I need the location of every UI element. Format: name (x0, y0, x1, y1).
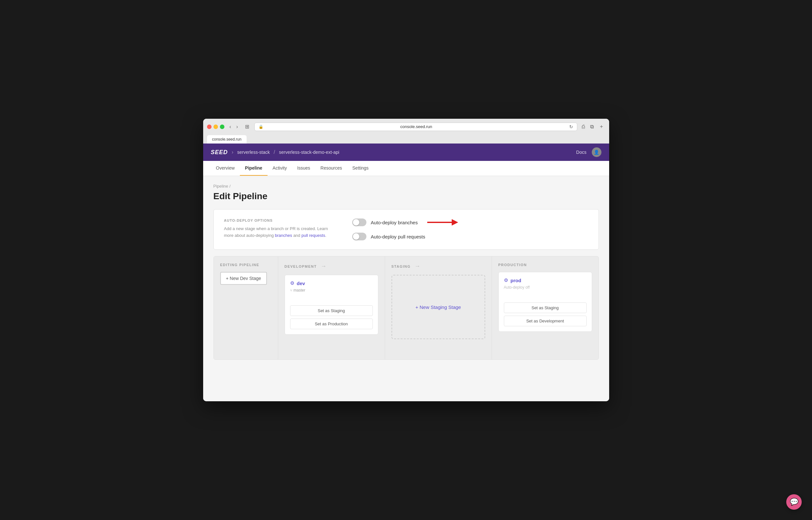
nav-settings[interactable]: Settings (347, 161, 374, 176)
forward-button[interactable]: › (234, 123, 240, 130)
new-tab-button[interactable]: ＋ (598, 122, 605, 131)
toggle-branches[interactable] (352, 218, 366, 226)
prod-stage-card: ⚙ prod Auto-deploy off Set as Staging Se… (499, 272, 592, 332)
section-description: Add a new stage when a branch or PR is c… (224, 226, 337, 239)
traffic-light-red[interactable] (207, 125, 211, 129)
share-button[interactable]: ⎙ (581, 123, 586, 131)
prod-set-staging-button[interactable]: Set as Staging (504, 303, 587, 313)
sidebar-toggle-button[interactable]: ⊞ (243, 123, 251, 130)
address-bar[interactable]: 🔒 console.seed.run ↻ (254, 123, 577, 131)
traffic-light-yellow[interactable] (213, 125, 218, 129)
nav-issues[interactable]: Issues (292, 161, 315, 176)
dev-set-staging-button[interactable]: Set as Staging (290, 305, 373, 316)
traffic-light-green[interactable] (220, 125, 224, 129)
dev-set-production-button[interactable]: Set as Production (290, 318, 373, 329)
breadcrumb[interactable]: Pipeline / (213, 184, 599, 188)
new-staging-text[interactable]: + New Staging Stage (415, 305, 461, 310)
staging-label: STAGING (391, 264, 411, 268)
toggle-pr-label: Auto-deploy pull requests (371, 234, 425, 239)
branch-icon: ⑂ (290, 288, 293, 292)
dev-gear-icon: ⚙ (290, 280, 294, 286)
chat-button[interactable]: 💬 (786, 494, 802, 510)
toggle-pr[interactable] (352, 233, 366, 240)
nav-pipeline[interactable]: Pipeline (240, 161, 268, 176)
breadcrumb-text: Pipeline (213, 184, 228, 188)
staging-arrow: → (414, 263, 421, 270)
prod-set-development-button[interactable]: Set as Development (504, 316, 587, 326)
pipeline-card: EDITING PIPELINE + New Dev Stage DEVELOP… (213, 256, 599, 360)
editing-col-label: EDITING PIPELINE (220, 263, 259, 267)
dev-branch: master (294, 288, 306, 292)
header-sep1: › (232, 149, 233, 155)
reload-button[interactable]: ↻ (569, 124, 573, 129)
toggle-branches-row: Auto-deploy branches (352, 218, 588, 226)
production-label: PRODUCTION (499, 263, 527, 267)
org-link[interactable]: serverless-stack (237, 150, 270, 155)
app-header: SEED › serverless-stack / serverless-sta… (203, 144, 609, 161)
app-content: Pipeline / Edit Pipeline AUTO-DEPLOY OPT… (203, 176, 609, 401)
branches-link: branches (275, 233, 292, 238)
toggle-pr-row: Auto-deploy pull requests (352, 233, 588, 240)
dev-arrow: → (321, 263, 327, 270)
docs-link[interactable]: Docs (576, 150, 587, 155)
lock-icon: 🔒 (258, 125, 263, 129)
section-label: AUTO-DEPLOY OPTIONS (224, 218, 337, 223)
staging-col: STAGING → + New Staging Stage (385, 257, 492, 359)
new-staging-card[interactable]: + New Staging Stage (391, 275, 485, 339)
breadcrumb-sep: / (229, 184, 230, 188)
dev-stage-card: ⚙ dev ⑂ master Set as Staging Set as Pro… (285, 275, 378, 335)
nav-resources[interactable]: Resources (315, 161, 347, 176)
editing-pipeline-col: EDITING PIPELINE + New Dev Stage (214, 257, 278, 359)
toggle-branches-label: Auto-deploy branches (371, 220, 418, 225)
seed-logo[interactable]: SEED (211, 149, 228, 156)
nav-activity[interactable]: Activity (268, 161, 292, 176)
production-col: PRODUCTION ⚙ prod Auto-deploy off Set as… (492, 257, 599, 359)
prod-gear-icon: ⚙ (504, 277, 508, 283)
new-dev-stage-button[interactable]: + New Dev Stage (220, 272, 267, 285)
back-button[interactable]: ‹ (228, 123, 233, 130)
prod-stage-name[interactable]: prod (511, 278, 521, 283)
tab-title: console.seed.run (212, 137, 242, 141)
avatar[interactable]: 👤 (592, 147, 602, 157)
page-title: Edit Pipeline (213, 191, 599, 202)
development-label: DEVELOPMENT (285, 264, 317, 268)
nav-overview[interactable]: Overview (211, 161, 240, 176)
pull-requests-link: pull requests (301, 233, 325, 238)
copy-button[interactable]: ⧉ (589, 123, 595, 131)
header-sep2: / (274, 149, 275, 155)
url-text: console.seed.run (266, 124, 566, 129)
app-nav: Overview Pipeline Activity Issues Resour… (203, 161, 609, 176)
dev-stage-name[interactable]: dev (297, 281, 305, 286)
prod-auto-deploy-off: Auto-deploy off (504, 285, 587, 290)
auto-deploy-section: AUTO-DEPLOY OPTIONS Add a new stage when… (213, 209, 599, 250)
app-link[interactable]: serverless-stack-demo-ext-api (279, 150, 339, 155)
chat-icon: 💬 (790, 498, 798, 506)
development-col: DEVELOPMENT → ⚙ dev ⑂ master Se (278, 257, 385, 359)
browser-tab[interactable]: console.seed.run (207, 135, 247, 144)
